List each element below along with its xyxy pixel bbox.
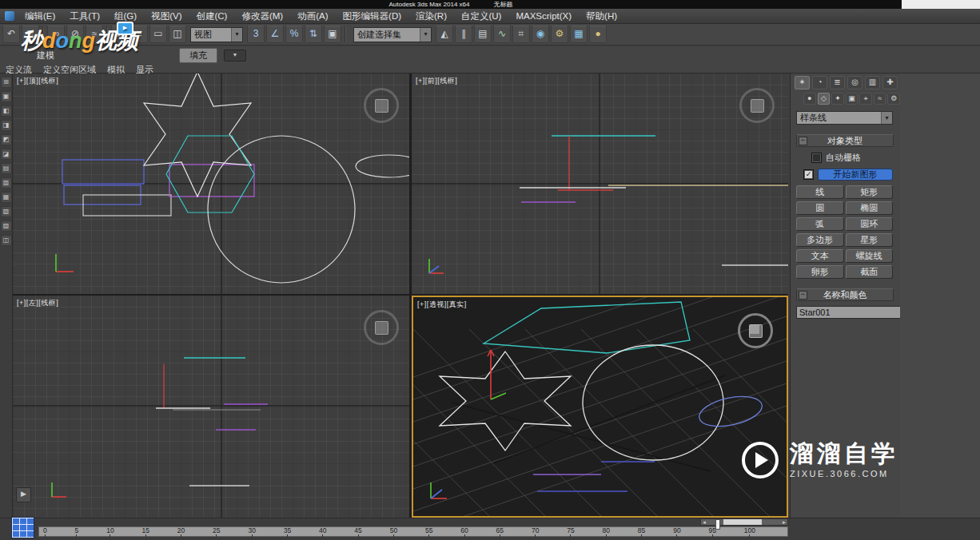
modify-tab-icon[interactable]: ◔ (812, 76, 827, 89)
viewport-front[interactable]: [+][前][线框] (412, 73, 788, 294)
viewport-perspective[interactable]: [+][透视][真实] (412, 296, 788, 518)
edit-named-selection-icon[interactable]: ▣ (324, 26, 341, 43)
undo-icon[interactable]: ↶ (2, 26, 20, 43)
ribbon-minimize-button[interactable]: ▼ (224, 50, 246, 62)
line-button[interactable]: 线 (796, 185, 844, 199)
autogrid-checkbox[interactable] (811, 153, 822, 163)
circle-spline[interactable] (208, 136, 355, 283)
object-name-field[interactable] (796, 306, 916, 319)
viewcube-face[interactable] (375, 99, 388, 113)
menu-item-9[interactable]: 自定义(U) (454, 9, 508, 23)
percent-snap-toggle-icon[interactable]: % (285, 26, 303, 43)
layer-manager-icon[interactable]: ▤ (474, 26, 492, 43)
section-button[interactable]: 截面 (846, 265, 894, 279)
menu-item-0[interactable]: 编辑(E) (18, 9, 62, 23)
left-dock-tool-9-icon[interactable]: ▦ (1, 192, 12, 203)
menu-item-3[interactable]: 视图(V) (144, 9, 189, 23)
helpers-category-icon[interactable]: ⌖ (859, 93, 872, 105)
space-warps-category-icon[interactable]: ≈ (874, 93, 886, 105)
arc-button[interactable]: 弧 (796, 217, 844, 231)
circle-button[interactable]: 圆 (796, 201, 844, 215)
start-new-shape-checkbox[interactable]: ✓ (803, 169, 814, 180)
viewcube[interactable] (738, 313, 773, 348)
systems-category-icon[interactable]: ⚙ (887, 93, 900, 105)
viewcube-face[interactable] (751, 99, 764, 113)
window-crossing-icon[interactable]: ◫ (169, 26, 186, 43)
menu-item-11[interactable]: 帮助(H) (579, 9, 624, 23)
menu-item-5[interactable]: 修改器(M) (234, 9, 290, 23)
geometry-category-icon[interactable]: ● (803, 93, 816, 105)
rectangle-spline[interactable] (83, 195, 171, 216)
ellipse-spline[interactable] (356, 155, 409, 177)
rendered-frame-icon[interactable]: ▦ (570, 26, 588, 43)
menu-item-1[interactable]: 工具(T) (62, 9, 107, 23)
material-editor-icon[interactable]: ◉ (532, 26, 549, 43)
rectangle-spline[interactable] (62, 160, 144, 184)
timeline-ruler[interactable]: 0510152025303540455055606570758085909510… (38, 526, 788, 537)
app-logo-icon[interactable] (5, 11, 14, 21)
motion-tab-icon[interactable]: ◎ (847, 76, 862, 89)
selection-set-dropdown[interactable]: 创建选择集 ▾ (353, 27, 432, 42)
start-new-shape-button[interactable]: 开始新图形 (818, 169, 893, 181)
left-dock-tool-8-icon[interactable]: ▥ (1, 177, 12, 189)
render-production-icon[interactable]: ● (589, 26, 607, 43)
angle-snap-toggle-icon[interactable]: ∠ (266, 26, 284, 43)
render-setup-icon[interactable]: ⚙ (551, 26, 568, 43)
transform-gizmo[interactable] (488, 350, 506, 399)
object-type-rollout-header[interactable]: − 对象类型 (796, 134, 894, 147)
shapes-category-icon[interactable]: ◇ (818, 93, 831, 105)
left-dock-tool-2-icon[interactable]: ▣ (1, 91, 12, 102)
left-dock-tool-6-icon[interactable]: ◪ (1, 149, 12, 160)
viewport-top-label[interactable]: [+][顶][线框] (17, 76, 58, 86)
polygon-button[interactable]: 多边形 (796, 233, 844, 247)
view-dropdown[interactable]: 视图 ▾ (190, 27, 243, 42)
menu-item-10[interactable]: MAXScript(X) (508, 9, 579, 23)
ellipse-spline[interactable] (696, 391, 764, 431)
schematic-view-icon[interactable]: ⌗ (512, 26, 530, 43)
hierarchy-tab-icon[interactable]: ≣ (830, 76, 845, 89)
menu-item-4[interactable]: 创建(C) (189, 9, 234, 23)
scroll-right-icon[interactable]: ► (782, 519, 787, 526)
time-slider-thumb[interactable] (723, 519, 762, 525)
left-dock-tool-10-icon[interactable]: ▧ (1, 206, 12, 217)
star-spline[interactable] (440, 351, 571, 451)
lights-category-icon[interactable]: ✦ (831, 93, 844, 105)
spinner-snap-toggle-icon[interactable]: ⇅ (305, 26, 322, 43)
viewcube[interactable] (739, 88, 775, 123)
viewport-left-label[interactable]: [+][左][线框] (17, 298, 58, 308)
create-tab-icon[interactable]: ✶ (795, 76, 810, 89)
viewport-left[interactable]: [+][左][线框] (13, 296, 409, 518)
menu-item-8[interactable]: 渲染(R) (408, 9, 454, 23)
left-dock-tool-11-icon[interactable]: ▨ (1, 220, 12, 232)
scroll-left-icon[interactable]: ◄ (702, 519, 707, 526)
left-dock-tool-7-icon[interactable]: ▤ (1, 163, 12, 174)
mirror-icon[interactable]: ◭ (436, 26, 453, 43)
align-icon[interactable]: ∥ (455, 26, 472, 43)
current-frame-marker[interactable] (715, 519, 720, 530)
cameras-category-icon[interactable]: ▣ (846, 93, 858, 105)
viewcube[interactable] (364, 310, 399, 345)
viewport-front-label[interactable]: [+][前][线框] (416, 76, 457, 86)
star-button[interactable]: 星形 (846, 233, 894, 247)
helix-button[interactable]: 螺旋线 (846, 249, 894, 263)
left-dock-tool-4-icon[interactable]: ◨ (1, 120, 12, 131)
rectangle-spline[interactable] (169, 165, 254, 197)
star-spline[interactable] (144, 73, 251, 197)
donut-button[interactable]: 圆环 (846, 217, 894, 231)
left-dock-tool-1-icon[interactable]: ⊞ (1, 77, 12, 88)
left-dock-tool-5-icon[interactable]: ◩ (1, 134, 12, 145)
name-color-rollout-header[interactable]: − 名称和颜色 (796, 288, 894, 301)
menu-item-6[interactable]: 动画(A) (290, 9, 335, 23)
curve-editor-icon[interactable]: ∿ (493, 26, 511, 43)
viewcube[interactable] (364, 88, 399, 123)
viewport-top[interactable]: [+][顶][线框] (13, 73, 409, 294)
viewcube-face[interactable] (375, 321, 388, 335)
toolbar-overflow-button[interactable]: ▶ (16, 487, 31, 502)
left-dock-tool-3-icon[interactable]: ◧ (1, 105, 12, 117)
rectangular-selection-region-icon[interactable]: ▭ (149, 26, 167, 43)
viewcube-face[interactable] (749, 324, 763, 338)
grid-layers-icon[interactable] (11, 517, 34, 538)
text-button[interactable]: 文本 (796, 249, 844, 263)
menu-item-7[interactable]: 图形编辑器(D) (336, 9, 408, 23)
display-tab-icon[interactable]: ▥ (865, 76, 880, 89)
